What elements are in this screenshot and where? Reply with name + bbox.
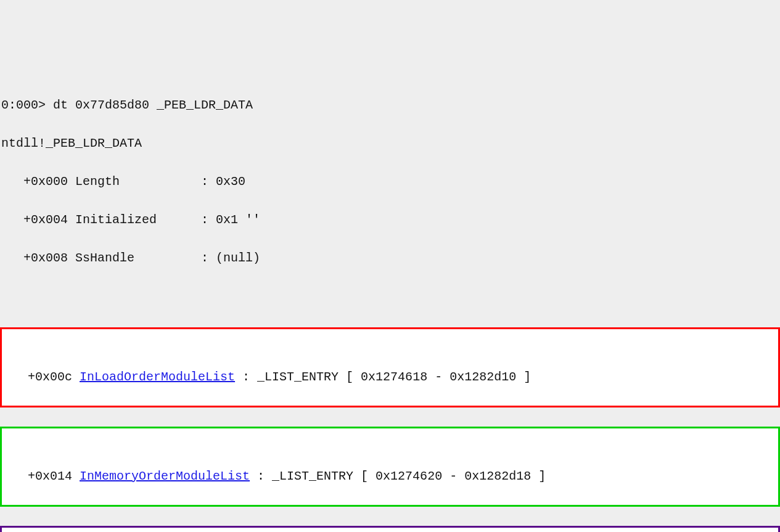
field-length: +0x000 Length : 0x30	[0, 172, 780, 191]
field-ininitorder-box: +0x01c InInitializationOrderModuleList :…	[0, 526, 780, 532]
inmemoryorder-link[interactable]: InMemoryOrderModuleList	[80, 469, 250, 483]
struct-name: ntdll!_PEB_LDR_DATA	[0, 134, 780, 153]
inloadorder-link[interactable]: InLoadOrderModuleList	[80, 370, 235, 384]
field-inmemoryorder: +0x014 InMemoryOrderModuleList : _LIST_E…	[2, 467, 778, 486]
field-initialized: +0x004 Initialized : 0x1 ''	[0, 210, 780, 229]
field-sshandle: +0x008 SsHandle : (null)	[0, 248, 780, 268]
field-inloadorder-box: +0x00c InLoadOrderModuleList : _LIST_ENT…	[0, 327, 780, 407]
cmd-line: 0:000> dt 0x77d85d80 _PEB_LDR_DATA	[0, 96, 780, 115]
field-inmemoryorder-box: +0x014 InMemoryOrderModuleList : _LIST_E…	[0, 427, 780, 507]
debugger-output: 0:000> dt 0x77d85d80 _PEB_LDR_DATA ntdll…	[0, 76, 780, 532]
field-inloadorder: +0x00c InLoadOrderModuleList : _LIST_ENT…	[2, 367, 778, 387]
